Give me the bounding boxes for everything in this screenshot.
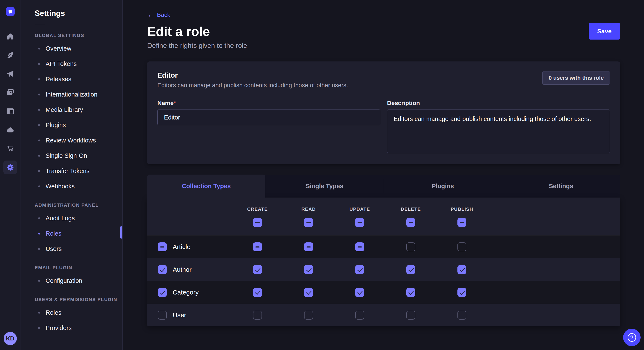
sidebar-item-label: API Tokens <box>46 60 77 67</box>
nav-settings-tile <box>4 161 17 174</box>
category-delete-checkbox[interactable] <box>406 288 415 297</box>
select-all-delete-checkbox[interactable] <box>406 218 415 227</box>
sidebar-item-internationalization[interactable]: Internationalization <box>20 87 122 102</box>
column-delete: DELETE <box>385 197 436 235</box>
row-label: User <box>173 312 186 319</box>
sidebar-item-webhooks[interactable]: Webhooks <box>20 178 122 194</box>
author-read-checkbox[interactable] <box>304 265 313 274</box>
back-link[interactable]: ← Back <box>147 11 170 18</box>
select-all-update-checkbox[interactable] <box>355 218 364 227</box>
article-update-checkbox[interactable] <box>355 242 364 251</box>
sidebar-item-email-configuration[interactable]: Configuration <box>20 273 122 288</box>
category-update-checkbox[interactable] <box>355 288 364 297</box>
user-update-checkbox[interactable] <box>355 311 364 320</box>
sidebar-item-label: Providers <box>46 325 72 332</box>
user-delete-checkbox[interactable] <box>406 311 415 320</box>
select-all-create-checkbox[interactable] <box>253 218 262 227</box>
author-update-checkbox[interactable] <box>355 265 364 274</box>
rail-bottom: KD <box>0 327 20 350</box>
user-avatar[interactable]: KD <box>4 332 17 345</box>
required-asterisk: * <box>174 100 176 106</box>
sidebar-item-label: Internationalization <box>46 91 97 98</box>
permissions-header-spacer <box>147 197 232 235</box>
main-content: ← Back Edit a role Save Define the right… <box>123 0 644 350</box>
rail-items <box>0 24 20 177</box>
nav-settings[interactable] <box>0 158 20 177</box>
sidebar-item-api-tokens[interactable]: API Tokens <box>20 56 122 71</box>
author-publish-checkbox[interactable] <box>458 265 466 274</box>
user-publish-checkbox[interactable] <box>458 311 466 320</box>
sidebar-item-up-roles[interactable]: Roles <box>20 305 122 320</box>
sidebar-item-media-library[interactable]: Media Library <box>20 102 122 117</box>
category-publish-checkbox[interactable] <box>458 288 466 297</box>
tab-plugins[interactable]: Plugins <box>384 175 502 197</box>
row-category-checkbox[interactable] <box>158 288 167 297</box>
sidebar-item-label: Roles <box>46 309 61 316</box>
sidebar-item-overview[interactable]: Overview <box>20 41 122 56</box>
pictures-icon <box>6 88 14 97</box>
name-input[interactable] <box>158 110 380 125</box>
author-delete-checkbox[interactable] <box>406 265 415 274</box>
article-create-checkbox[interactable] <box>253 242 262 251</box>
nav-marketplace[interactable] <box>0 139 20 158</box>
row-user-checkbox[interactable] <box>158 311 167 320</box>
strapi-logo[interactable] <box>6 7 15 16</box>
sidebar-title: Settings <box>35 9 122 18</box>
section-label: EMAIL PLUGIN <box>20 265 122 270</box>
nav-content-type-builder[interactable] <box>0 46 20 64</box>
article-read-checkbox[interactable] <box>304 242 313 251</box>
tab-settings[interactable]: Settings <box>502 175 620 197</box>
nav-content-manager[interactable] <box>0 102 20 121</box>
users-with-role-badge: 0 users with this role <box>542 71 610 85</box>
column-read: READ <box>283 197 334 235</box>
row-author-checkbox[interactable] <box>158 265 167 274</box>
role-details-card: Editor Editors can manage and publish co… <box>147 61 620 164</box>
column-delete-label: DELETE <box>401 206 421 212</box>
sidebar-item-transfer-tokens[interactable]: Transfer Tokens <box>20 163 122 178</box>
tab-single-types[interactable]: Single Types <box>265 175 384 197</box>
bullet-icon <box>38 217 40 219</box>
sidebar-item-label: Single Sign-On <box>46 152 87 159</box>
sidebar-item-single-sign-on[interactable]: Single Sign-On <box>20 148 122 163</box>
select-all-publish-checkbox[interactable] <box>458 218 466 227</box>
section-email-plugin: EMAIL PLUGIN Configuration <box>20 265 122 288</box>
row-label: Article <box>173 243 190 250</box>
table-row-article: Article <box>147 235 620 258</box>
sidebar-item-plugins[interactable]: Plugins <box>20 117 122 133</box>
select-all-read-checkbox[interactable] <box>304 218 313 227</box>
section-label: USERS & PERMISSIONS PLUGIN <box>20 297 122 302</box>
bullet-icon <box>38 63 40 65</box>
row-article-checkbox[interactable] <box>158 242 167 251</box>
column-publish: PUBLISH <box>436 197 488 235</box>
author-create-checkbox[interactable] <box>253 265 262 274</box>
sidebar-item-admin-users[interactable]: Users <box>20 241 122 256</box>
help-button[interactable]: ? <box>623 329 640 346</box>
paper-plane-icon <box>6 70 14 78</box>
column-update-label: UPDATE <box>350 206 370 212</box>
column-update: UPDATE <box>334 197 385 235</box>
tab-collection-types[interactable]: Collection Types <box>147 175 265 197</box>
nav-home[interactable] <box>0 27 20 46</box>
role-heading: Editor <box>158 71 348 79</box>
sidebar-item-label: Audit Logs <box>46 215 75 222</box>
category-read-checkbox[interactable] <box>304 288 313 297</box>
nav-deploy[interactable] <box>0 64 20 83</box>
sidebar-item-admin-roles[interactable]: Roles <box>20 226 122 241</box>
permissions-tabs: Collection Types Single Types Plugins Se… <box>147 175 620 197</box>
save-button[interactable]: Save <box>589 23 620 39</box>
nav-cloud[interactable] <box>0 121 20 139</box>
category-create-checkbox[interactable] <box>253 288 262 297</box>
description-textarea[interactable]: Editors can manage and publish contents … <box>387 110 610 153</box>
user-read-checkbox[interactable] <box>304 311 313 320</box>
sidebar-scrollbar-thumb[interactable] <box>120 226 122 239</box>
user-create-checkbox[interactable] <box>253 311 262 320</box>
bullet-icon <box>38 233 40 234</box>
sidebar-item-up-providers[interactable]: Providers <box>20 320 122 336</box>
article-publish-checkbox[interactable] <box>458 242 466 251</box>
sidebar-item-audit-logs[interactable]: Audit Logs <box>20 210 122 226</box>
article-delete-checkbox[interactable] <box>406 242 415 251</box>
sidebar-item-review-workflows[interactable]: Review Workflows <box>20 133 122 148</box>
page-title: Edit a role <box>147 24 210 39</box>
nav-media-library[interactable] <box>0 83 20 102</box>
sidebar-item-releases[interactable]: Releases <box>20 71 122 87</box>
